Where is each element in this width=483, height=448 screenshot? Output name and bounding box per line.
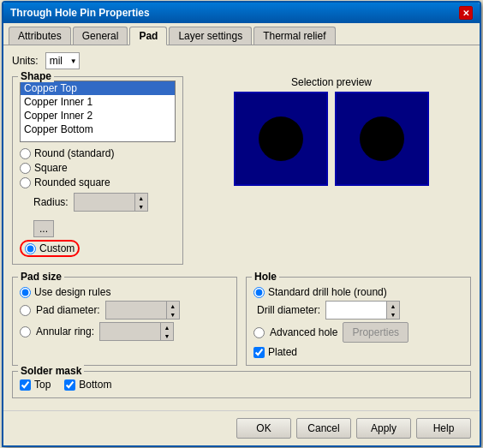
pad-diameter-spinbox[interactable]: 72.00000 ▲ ▼ xyxy=(105,301,180,320)
radio-custom-input[interactable] xyxy=(25,243,36,254)
drill-diameter-input[interactable]: 42.00000 xyxy=(326,303,386,317)
annular-ring-row: Annular ring: 15.00000 ▲ ▼ xyxy=(20,322,230,341)
hole-group: Hole Standard drill hole (round) Drill d… xyxy=(246,277,471,366)
main-window: Through Hole Pin Properties ✕ Attributes… xyxy=(2,1,481,447)
pad-diameter-input[interactable]: 72.00000 xyxy=(106,303,166,317)
use-design-rules-radio[interactable] xyxy=(20,287,31,298)
preview-box-2 xyxy=(335,92,429,186)
shape-list-item-3[interactable]: Copper Bottom xyxy=(21,122,175,136)
shape-group: Shape Copper Top Copper Inner 1 Copper I… xyxy=(12,76,183,265)
bottom-sections: Pad size Use design rules Pad diameter: … xyxy=(12,277,471,366)
radio-rounded-square-label: Rounded square xyxy=(34,176,110,188)
annular-ring-input[interactable]: 15.00000 xyxy=(100,325,160,338)
dots-button[interactable]: ... xyxy=(33,220,54,237)
standard-drill-row[interactable]: Standard drill hole (round) xyxy=(253,286,463,298)
ok-button[interactable]: OK xyxy=(236,418,291,439)
solder-mask-bottom-checkbox[interactable] xyxy=(64,379,75,391)
cancel-button[interactable]: Cancel xyxy=(296,418,351,439)
radius-row: Radius: 28.00000 ▲ ▼ xyxy=(33,193,176,212)
drill-diameter-row: Drill diameter: 42.00000 ▲ ▼ xyxy=(257,301,463,320)
solder-mask-bottom-row[interactable]: Bottom xyxy=(64,379,111,391)
radius-label: Radius: xyxy=(33,196,69,208)
preview-boxes xyxy=(192,92,471,186)
plated-label: Plated xyxy=(268,346,297,358)
annular-ring-down-btn[interactable]: ▼ xyxy=(161,332,173,340)
radius-input[interactable]: 28.00000 xyxy=(75,195,134,209)
advanced-hole-label: Advanced hole xyxy=(270,326,337,338)
pad-diameter-radio[interactable] xyxy=(20,305,31,316)
advanced-hole-row: Advanced hole Properties xyxy=(253,322,463,343)
pad-size-title: Pad size xyxy=(18,271,64,283)
pad-diameter-up-btn[interactable]: ▲ xyxy=(167,302,179,310)
annular-ring-up-btn[interactable]: ▲ xyxy=(161,323,173,332)
annular-ring-label: Annular ring: xyxy=(36,326,94,337)
tab-thermal-relief[interactable]: Thermal relief xyxy=(253,27,335,45)
solder-mask-top-row[interactable]: Top xyxy=(20,379,51,391)
solder-mask-top-label: Top xyxy=(34,379,51,391)
bottom-buttons: OK Cancel Apply Help xyxy=(3,410,480,445)
tab-bar: Attributes General Pad Layer settings Th… xyxy=(3,23,480,45)
units-select[interactable]: mil mm xyxy=(45,52,80,69)
pad-diameter-row: Pad diameter: 72.00000 ▲ ▼ xyxy=(20,301,230,320)
solder-mask-bottom-label: Bottom xyxy=(79,379,111,391)
solder-mask-title: Solder mask xyxy=(18,365,84,377)
radio-custom-circled[interactable]: Custom xyxy=(20,240,80,257)
standard-drill-radio[interactable] xyxy=(253,287,265,298)
radius-down-btn[interactable]: ▼ xyxy=(135,202,147,211)
hole-title: Hole xyxy=(252,271,279,283)
title-bar: Through Hole Pin Properties ✕ xyxy=(3,3,480,23)
help-button[interactable]: Help xyxy=(416,418,471,439)
radio-square[interactable]: Square xyxy=(20,162,176,174)
radius-spinbox[interactable]: 28.00000 ▲ ▼ xyxy=(74,193,148,212)
standard-drill-label: Standard drill hole (round) xyxy=(268,286,387,298)
close-button[interactable]: ✕ xyxy=(459,6,473,20)
pad-diameter-down-btn[interactable]: ▼ xyxy=(167,310,179,319)
shape-list-item-1[interactable]: Copper Inner 1 xyxy=(21,95,175,109)
plated-checkbox[interactable] xyxy=(253,347,265,358)
annular-ring-spinbox[interactable]: 15.00000 ▲ ▼ xyxy=(99,322,174,341)
drill-diameter-label: Drill diameter: xyxy=(257,304,320,316)
use-design-rules-label: Use design rules xyxy=(34,286,110,298)
use-design-rules-row[interactable]: Use design rules xyxy=(20,286,230,298)
shape-radio-group: Round (standard) Square Rounded square xyxy=(20,147,176,257)
drill-diameter-spinbox-btns: ▲ ▼ xyxy=(386,302,399,319)
plated-row[interactable]: Plated xyxy=(253,346,463,358)
tab-pad[interactable]: Pad xyxy=(129,27,167,45)
left-panel: Shape Copper Top Copper Inner 1 Copper I… xyxy=(12,76,183,272)
right-panel: Selection preview xyxy=(192,76,471,272)
content-area: Units: mil mm Shape Copper Top Copper In… xyxy=(3,45,480,405)
pad-diameter-spinbox-btns: ▲ ▼ xyxy=(166,302,179,319)
drill-diameter-down-btn[interactable]: ▼ xyxy=(387,310,399,319)
preview-circle-1 xyxy=(259,116,303,161)
shape-list-item-0[interactable]: Copper Top xyxy=(21,81,175,95)
preview-box-1 xyxy=(234,92,328,186)
pad-size-group: Pad size Use design rules Pad diameter: … xyxy=(12,277,237,366)
apply-button[interactable]: Apply xyxy=(356,418,411,439)
properties-button[interactable]: Properties xyxy=(343,322,408,343)
radio-round[interactable]: Round (standard) xyxy=(20,147,176,159)
radio-custom-label: Custom xyxy=(39,242,75,254)
radius-up-btn[interactable]: ▲ xyxy=(135,194,147,202)
solder-mask-top-checkbox[interactable] xyxy=(20,379,31,391)
advanced-hole-radio[interactable] xyxy=(253,327,265,338)
shape-group-title: Shape xyxy=(18,70,54,82)
units-select-wrapper[interactable]: mil mm xyxy=(45,52,80,69)
units-label: Units: xyxy=(12,55,39,67)
units-row: Units: mil mm xyxy=(12,52,471,69)
annular-ring-spinbox-btns: ▲ ▼ xyxy=(160,323,173,340)
radio-round-label: Round (standard) xyxy=(34,147,114,159)
tab-attributes[interactable]: Attributes xyxy=(9,27,71,45)
shape-list[interactable]: Copper Top Copper Inner 1 Copper Inner 2… xyxy=(20,81,176,142)
solder-mask-group: Solder mask Top Bottom xyxy=(12,371,471,398)
main-row: Shape Copper Top Copper Inner 1 Copper I… xyxy=(12,76,471,272)
selection-preview-label: Selection preview xyxy=(192,76,471,88)
radio-rounded-square[interactable]: Rounded square xyxy=(20,176,176,188)
drill-diameter-up-btn[interactable]: ▲ xyxy=(387,302,399,310)
tab-layer-settings[interactable]: Layer settings xyxy=(169,27,252,45)
drill-diameter-spinbox[interactable]: 42.00000 ▲ ▼ xyxy=(325,301,400,320)
preview-circle-2 xyxy=(360,116,404,161)
radio-square-label: Square xyxy=(34,162,68,174)
annular-ring-radio[interactable] xyxy=(20,326,31,337)
shape-list-item-2[interactable]: Copper Inner 2 xyxy=(21,109,175,122)
tab-general[interactable]: General xyxy=(73,27,128,45)
